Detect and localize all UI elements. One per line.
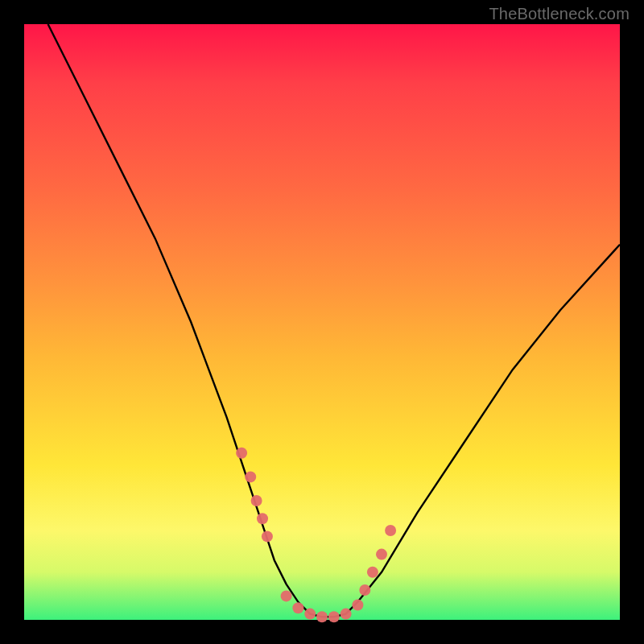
scatter-dot: [292, 602, 303, 613]
scatter-dot: [359, 584, 370, 596]
scatter-dot: [341, 609, 352, 620]
scatter-dot: [367, 567, 378, 578]
scatter-dot: [245, 471, 256, 482]
scatter-dot: [352, 600, 363, 611]
scatter-dot: [257, 513, 268, 524]
chart-frame: TheBottleneck.com: [0, 0, 644, 644]
scatter-dot: [328, 611, 340, 622]
scatter-dots: [236, 448, 396, 623]
scatter-dot: [281, 590, 292, 601]
scatter-dot: [236, 448, 247, 459]
scatter-dot: [385, 525, 396, 536]
bottleneck-chart: [24, 24, 620, 620]
watermark-text: TheBottleneck.com: [489, 5, 630, 23]
scatter-dot: [316, 611, 328, 622]
scatter-dot: [376, 549, 387, 560]
scatter-dot: [251, 495, 262, 506]
bottleneck-curve: [48, 24, 620, 617]
scatter-dot: [304, 609, 316, 620]
bottleneck-curve-svg: [24, 24, 620, 620]
scatter-dot: [262, 530, 273, 542]
